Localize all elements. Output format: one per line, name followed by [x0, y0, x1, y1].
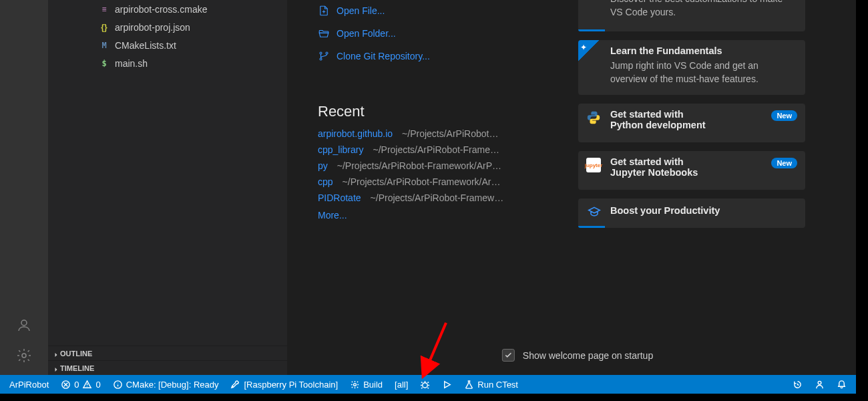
walkthrough-python[interactable]: Get started withPython development New — [578, 104, 805, 142]
star-icon: ✦ — [580, 43, 587, 52]
status-project[interactable]: ArPiRobot — [5, 375, 53, 394]
open-folder-link[interactable]: Open Folder... — [318, 23, 552, 44]
new-file-icon — [318, 5, 330, 17]
json-file-icon: {} — [99, 22, 110, 33]
recent-item[interactable]: arpirobot.github.io ~/Projects/ArPiRobot… — [318, 128, 552, 139]
clone-repo-link[interactable]: Clone Git Repository... — [318, 45, 552, 67]
status-notifications[interactable] — [833, 375, 851, 394]
jupyter-icon: jupyter — [586, 158, 601, 172]
gear-icon — [350, 380, 360, 390]
outline-section-header[interactable]: OUTLINE — [48, 346, 287, 360]
cmakelists-file-icon: M — [99, 40, 110, 51]
shell-file-icon: $ — [99, 58, 110, 69]
beaker-icon — [464, 380, 474, 390]
activity-bar — [0, 0, 48, 375]
file-tree: ≡ arpirobot-cross.cmake {} arpirobot-pro… — [48, 0, 287, 346]
explorer-sidebar: ≡ arpirobot-cross.cmake {} arpirobot-pro… — [48, 0, 287, 375]
right-border — [856, 0, 868, 394]
play-icon — [442, 380, 452, 390]
walkthrough-fundamentals[interactable]: ✦ Learn the Fundamentals Jump right into… — [578, 40, 805, 96]
checkbox-label: Show welcome page on startup — [523, 350, 653, 361]
timeline-section-header[interactable]: TIMELINE — [48, 360, 287, 375]
python-icon — [586, 110, 601, 125]
recent-item[interactable]: cpp ~/Projects/ArPiRobot-Framework/Ar… — [318, 176, 552, 187]
progress-indicator — [578, 226, 605, 228]
chevron-right-icon — [52, 366, 57, 371]
status-run-button[interactable] — [438, 375, 456, 394]
recent-more-link[interactable]: More... — [318, 210, 552, 221]
bell-icon — [837, 380, 847, 390]
svg-point-3 — [320, 58, 322, 60]
status-bar: ArPiRobot 0 0 CMake: [Debug]: Ready [Ras… — [0, 375, 856, 394]
start-list: Open File... Open Folder... Clone Git Re… — [318, 0, 552, 67]
person-icon — [815, 380, 825, 390]
error-icon — [61, 380, 71, 390]
show-welcome-checkbox-row: Show welcome page on startup — [502, 349, 653, 362]
status-build-button[interactable]: Build — [346, 375, 387, 394]
open-file-link[interactable]: Open File... — [318, 0, 552, 21]
bottom-border — [0, 394, 868, 401]
warning-icon — [82, 380, 92, 390]
file-name: main.sh — [115, 58, 148, 69]
accounts-icon[interactable] — [16, 317, 32, 336]
recent-item[interactable]: cpp_library ~/Projects/ArPiRobot-Frame… — [318, 144, 552, 155]
file-tree-item[interactable]: M CMakeLists.txt — [59, 36, 287, 54]
svg-point-4 — [326, 52, 328, 54]
recent-item[interactable]: PIDRotate ~/Projects/ArPiRobot-Framew… — [318, 192, 552, 203]
recent-item[interactable]: py ~/Projects/ArPiRobot-Framework/ArP… — [318, 160, 552, 171]
history-icon — [793, 380, 803, 390]
check-icon — [504, 351, 513, 360]
mortarboard-icon — [588, 205, 601, 219]
file-tree-item[interactable]: {} arpirobot-proj.json — [59, 18, 287, 36]
file-name: CMakeLists.txt — [115, 40, 176, 51]
settings-gear-icon[interactable] — [16, 348, 32, 366]
info-icon — [113, 380, 123, 390]
new-badge: New — [771, 110, 797, 121]
chevron-right-icon — [52, 351, 57, 356]
file-tree-item[interactable]: ≡ arpirobot-cross.cmake — [59, 0, 287, 18]
new-badge: New — [771, 158, 797, 168]
show-welcome-checkbox[interactable] — [502, 349, 515, 362]
file-name: arpirobot-proj.json — [115, 22, 190, 33]
svg-point-1 — [22, 354, 26, 358]
walkthrough-productivity[interactable]: Boost your Productivity — [578, 198, 805, 228]
progress-indicator — [578, 29, 605, 31]
walkthrough-jupyter[interactable]: jupyter Get started withJupyter Notebook… — [578, 151, 805, 190]
status-cmake[interactable]: CMake: [Debug]: Ready — [109, 375, 223, 394]
svg-point-9 — [818, 381, 821, 384]
status-feedback[interactable] — [811, 375, 829, 394]
walkthrough-customize[interactable]: Discover the best customizations to make… — [578, 0, 805, 31]
status-run-ctest[interactable]: Run CTest — [460, 375, 522, 394]
debug-icon — [420, 380, 430, 390]
editor-area: Open File... Open Folder... Clone Git Re… — [287, 0, 868, 375]
tools-icon — [230, 380, 240, 390]
svg-point-8 — [423, 382, 428, 388]
git-branch-icon — [318, 50, 330, 62]
status-toolchain[interactable]: [Raspberry Pi Toolchain] — [226, 375, 342, 394]
folder-open-icon — [318, 27, 330, 39]
svg-point-2 — [320, 52, 322, 54]
recent-list: arpirobot.github.io ~/Projects/ArPiRobot… — [318, 128, 552, 221]
svg-point-0 — [21, 320, 27, 325]
file-name: arpirobot-cross.cmake — [115, 4, 208, 15]
status-history[interactable] — [789, 375, 807, 394]
status-build-target[interactable]: [all] — [391, 375, 412, 394]
recent-section-header: Recent — [318, 103, 552, 120]
file-tree-item[interactable]: $ main.sh — [59, 54, 287, 72]
svg-point-7 — [354, 383, 357, 386]
status-debug-button[interactable] — [416, 375, 434, 394]
cmake-file-icon: ≡ — [99, 4, 110, 15]
status-problems[interactable]: 0 0 — [57, 375, 104, 394]
